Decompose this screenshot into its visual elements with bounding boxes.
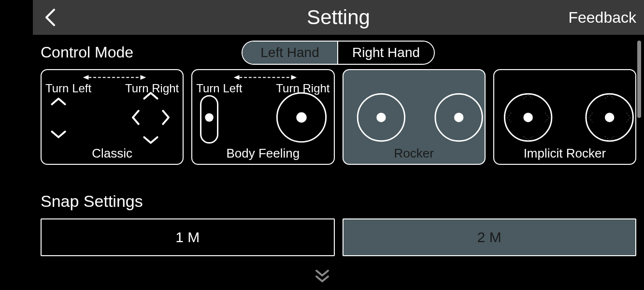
mode-label: Body Feeling: [192, 146, 333, 161]
feedback-button[interactable]: Feedback: [568, 9, 636, 27]
snap-settings-label: Snap Settings: [41, 192, 636, 211]
top-bar: Setting Feedback: [33, 0, 644, 35]
control-mode-grid: Turn Left Turn Right Classic Turn Left: [41, 69, 636, 165]
content-area: Control Mode Left Hand Right Hand Turn L…: [33, 35, 644, 290]
mode-card-classic[interactable]: Turn Left Turn Right Classic: [41, 69, 184, 165]
control-mode-label: Control Mode: [41, 44, 133, 61]
svg-point-9: [454, 113, 463, 122]
page-title: Setting: [307, 6, 370, 29]
svg-point-13: [605, 113, 614, 122]
svg-point-3: [205, 113, 214, 122]
mode-label: Implicit Rocker: [494, 146, 635, 161]
snap-settings-section: Snap Settings 1 M 2 M: [41, 192, 636, 256]
hand-option-right[interactable]: Right Hand: [338, 42, 434, 64]
snap-option-1m[interactable]: 1 M: [41, 218, 335, 256]
hand-toggle: Left Hand Right Hand: [242, 41, 435, 65]
mode-label: Classic: [42, 146, 183, 161]
hand-option-left[interactable]: Left Hand: [243, 42, 338, 64]
back-button[interactable]: [41, 8, 60, 27]
scrollbar[interactable]: [637, 35, 642, 290]
double-chevron-down-icon: [313, 267, 332, 286]
mode-card-implicit-rocker[interactable]: Implicit Rocker: [493, 69, 636, 165]
chevron-left-icon: [43, 8, 57, 27]
svg-point-7: [376, 113, 386, 122]
svg-point-11: [523, 113, 532, 122]
snap-options-row: 1 M 2 M: [41, 218, 636, 256]
mode-card-body-feeling[interactable]: Turn Left Turn Right Body Feeling: [191, 69, 334, 165]
control-mode-header-row: Control Mode Left Hand Right Hand: [41, 44, 636, 61]
mode-label: Rocker: [343, 146, 485, 161]
svg-point-5: [297, 112, 307, 122]
scrollbar-thumb[interactable]: [637, 41, 641, 118]
snap-option-2m[interactable]: 2 M: [343, 218, 637, 256]
scroll-down-indicator[interactable]: [313, 267, 332, 286]
mode-card-rocker[interactable]: Rocker: [343, 69, 486, 165]
